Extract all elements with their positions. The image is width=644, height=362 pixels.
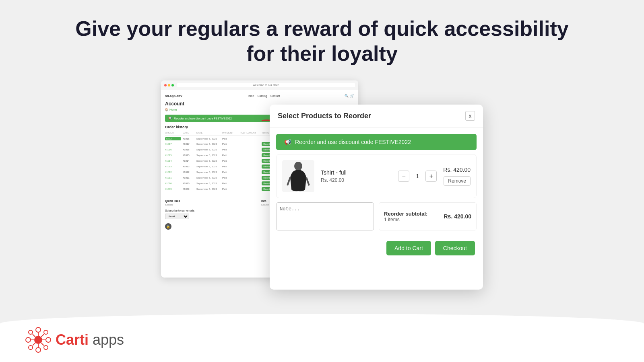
product-price-amount: Rs. 420.00: [443, 167, 471, 173]
screenshots-area: welcome to our store sd-app-dev Home Cat…: [161, 80, 483, 314]
heading-title: Give your regulars a reward of quick acc…: [8, 16, 636, 66]
svg-point-5: [26, 337, 31, 342]
subtotal-amount: Rs. 420.00: [444, 213, 472, 220]
svg-point-8: [44, 330, 48, 334]
modal-title: Select Products to Reorder: [278, 112, 371, 120]
modal-product-row: Tshirt - full Rs. 420.00 − 1 + Rs. 420.0…: [276, 154, 477, 198]
browser-dots: [164, 84, 174, 86]
lock-icon: 🔒: [165, 223, 171, 230]
product-info: Tshirt - full Rs. 420.00: [321, 169, 392, 183]
browser-url-bar: welcome to our store: [177, 83, 355, 87]
subtotal-area: Reorder subtotal: 1 items Rs. 420.00: [379, 202, 477, 230]
add-to-cart-button[interactable]: Add to Cart: [386, 241, 431, 255]
page-heading: Give your regulars a reward of quick acc…: [0, 0, 644, 78]
quantity-decrease-button[interactable]: −: [398, 171, 409, 182]
quantity-control: − 1 +: [398, 171, 437, 182]
cart-icon[interactable]: 🛒: [350, 94, 354, 98]
modal-megaphone-icon: 📢: [284, 139, 291, 145]
product-price-right: Rs. 420.00 Remove: [443, 167, 471, 186]
logo: Carti apps: [24, 326, 124, 354]
svg-point-9: [29, 346, 33, 350]
email-select[interactable]: Email: [165, 214, 189, 219]
note-textarea[interactable]: [276, 202, 374, 230]
quick-links-col: Quick links Search: [165, 200, 258, 206]
browser-nav: sd-app-dev Home Catalog Contact 🔍 🛒: [165, 94, 354, 98]
quantity-increase-button[interactable]: +: [425, 171, 437, 182]
svg-point-7: [29, 330, 33, 334]
nav-links: Home Catalog Contact: [247, 95, 280, 97]
subtotal-items: 1 items: [384, 217, 427, 222]
dot-yellow: [168, 84, 170, 86]
brand-name: sd-app-dev: [165, 94, 182, 98]
nav-icons: 🔍 🛒: [345, 94, 354, 98]
svg-point-4: [36, 348, 41, 352]
svg-point-10: [44, 346, 48, 350]
quantity-value: 1: [413, 173, 421, 179]
svg-line-15: [33, 334, 35, 337]
svg-point-1: [294, 162, 302, 171]
product-price-below: Rs. 420.00: [321, 177, 392, 183]
svg-line-17: [33, 343, 35, 346]
nav-contact[interactable]: Contact: [270, 95, 280, 97]
product-figure-svg: [284, 161, 312, 191]
nav-home[interactable]: Home: [247, 95, 254, 97]
svg-point-6: [46, 337, 51, 342]
modal-header: Select Products to Reorder x: [270, 105, 483, 128]
modal-promo-banner: 📢 Reorder and use discount code FESTIVE2…: [276, 134, 477, 150]
browser-bar: welcome to our store: [161, 80, 358, 90]
checkout-button[interactable]: Checkout: [435, 241, 475, 255]
subtotal-info: Reorder subtotal: 1 items: [384, 211, 427, 222]
product-image: [282, 160, 314, 192]
svg-line-16: [41, 334, 44, 337]
modal-note-subtotal: Reorder subtotal: 1 items Rs. 420.00: [276, 202, 477, 230]
product-name: Tshirt - full: [321, 169, 392, 176]
logo-text: Carti apps: [56, 331, 124, 348]
remove-product-button[interactable]: Remove: [444, 176, 471, 186]
modal-dialog: Select Products to Reorder x 📢 Reorder a…: [270, 105, 483, 290]
nav-catalog[interactable]: Catalog: [258, 95, 267, 97]
megaphone-icon: 📢: [168, 117, 172, 120]
svg-point-3: [36, 327, 41, 332]
subtotal-label: Reorder subtotal:: [384, 211, 427, 217]
modal-close-button[interactable]: x: [465, 111, 475, 121]
dot-green: [171, 84, 174, 86]
search-icon[interactable]: 🔍: [345, 94, 349, 98]
modal-actions: Add to Cart Checkout: [270, 234, 483, 262]
dot-red: [164, 84, 167, 86]
logo-svg: [24, 326, 52, 354]
svg-line-18: [41, 343, 44, 346]
